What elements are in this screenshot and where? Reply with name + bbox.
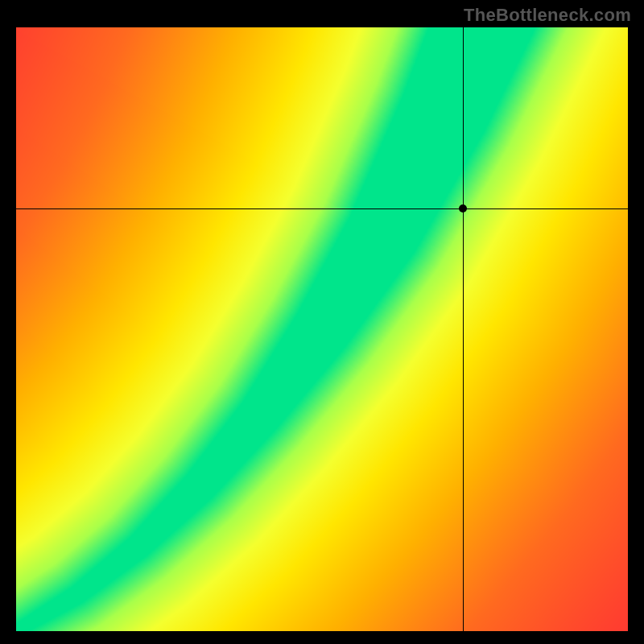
chart-frame: TheBottleneck.com bbox=[0, 0, 644, 644]
heatmap-plot bbox=[16, 27, 628, 631]
crosshair-horizontal bbox=[16, 208, 628, 209]
crosshair-marker bbox=[459, 204, 467, 213]
watermark-text: TheBottleneck.com bbox=[464, 5, 631, 26]
heatmap-canvas bbox=[16, 27, 628, 631]
crosshair-vertical bbox=[463, 27, 464, 631]
